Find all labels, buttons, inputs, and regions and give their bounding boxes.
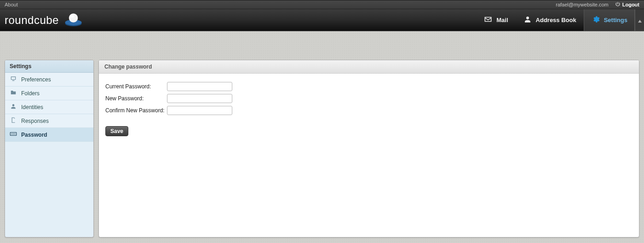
sidebar-item-preferences[interactable]: Preferences xyxy=(5,73,93,87)
sidebar-item-label: Responses xyxy=(21,118,49,124)
power-icon xyxy=(615,1,621,8)
mail-icon xyxy=(483,15,493,25)
label-confirm-password: Confirm New Password: xyxy=(105,107,167,114)
input-current-password[interactable] xyxy=(167,82,232,91)
panel-body: Current Password: New Password: Confirm … xyxy=(99,74,639,145)
user-email: rafael@mywebsite.com xyxy=(556,2,608,7)
brand-name-2: cube xyxy=(34,14,59,26)
sidebar-item-label: Preferences xyxy=(21,76,51,83)
nav-mail-label: Mail xyxy=(496,17,508,23)
monitor-icon xyxy=(10,75,17,83)
sidebar-item-identities[interactable]: Identities xyxy=(5,100,93,114)
person-icon xyxy=(523,15,532,25)
nav-dropdown-toggle[interactable] xyxy=(635,9,644,31)
svg-point-4 xyxy=(70,15,74,17)
brand-name-1: round xyxy=(5,14,34,26)
nav-settings[interactable]: Settings xyxy=(584,9,635,31)
sidebar-item-label: Identities xyxy=(21,104,43,110)
svg-point-8 xyxy=(14,133,15,134)
sidebar-item-label: Password xyxy=(21,132,47,138)
password-icon xyxy=(10,131,17,139)
nav-addressbook-label: Address Book xyxy=(536,17,576,23)
sidebar-header: Settings xyxy=(5,60,93,73)
sidebar-item-responses[interactable]: Responses xyxy=(5,114,93,128)
row-new-password: New Password: xyxy=(105,94,632,103)
logout-link[interactable]: Logout xyxy=(615,1,639,8)
nav-mail[interactable]: Mail xyxy=(476,9,515,31)
document-icon xyxy=(10,117,17,125)
folder-icon xyxy=(10,89,17,97)
chevron-up-icon xyxy=(638,16,642,24)
sidebar-item-password[interactable]: Password xyxy=(5,128,93,142)
row-confirm-password: Confirm New Password: xyxy=(105,106,632,115)
brand-logo[interactable]: roundcube xyxy=(5,12,84,29)
save-button[interactable]: Save xyxy=(105,126,128,136)
sidebar-item-folders[interactable]: Folders xyxy=(5,87,93,100)
input-new-password[interactable] xyxy=(167,94,232,103)
settings-sidebar: Settings Preferences Folders Identities … xyxy=(5,60,94,237)
roundcube-icon xyxy=(62,12,84,29)
gear-icon xyxy=(591,15,600,25)
row-current-password: Current Password: xyxy=(105,82,632,91)
nav-settings-label: Settings xyxy=(604,17,627,23)
svg-point-2 xyxy=(69,13,78,23)
main-header: roundcube Mail Address Book xyxy=(0,9,644,31)
main-panel: Change password Current Password: New Pa… xyxy=(98,60,639,237)
panel-title: Change password xyxy=(99,60,639,74)
content-area: Settings Preferences Folders Identities … xyxy=(0,32,644,243)
label-new-password: New Password: xyxy=(105,95,167,102)
logout-label: Logout xyxy=(622,2,639,7)
svg-point-7 xyxy=(13,133,14,134)
input-confirm-password[interactable] xyxy=(167,106,232,115)
person-icon xyxy=(10,103,17,111)
main-nav: Mail Address Book Settings xyxy=(476,9,644,31)
sidebar-item-label: Folders xyxy=(21,90,40,97)
nav-addressbook[interactable]: Address Book xyxy=(516,9,584,31)
top-bar: About rafael@mywebsite.com Logout xyxy=(0,0,644,9)
label-current-password: Current Password: xyxy=(105,83,167,90)
about-link[interactable]: About xyxy=(5,2,18,7)
svg-point-6 xyxy=(12,133,12,134)
